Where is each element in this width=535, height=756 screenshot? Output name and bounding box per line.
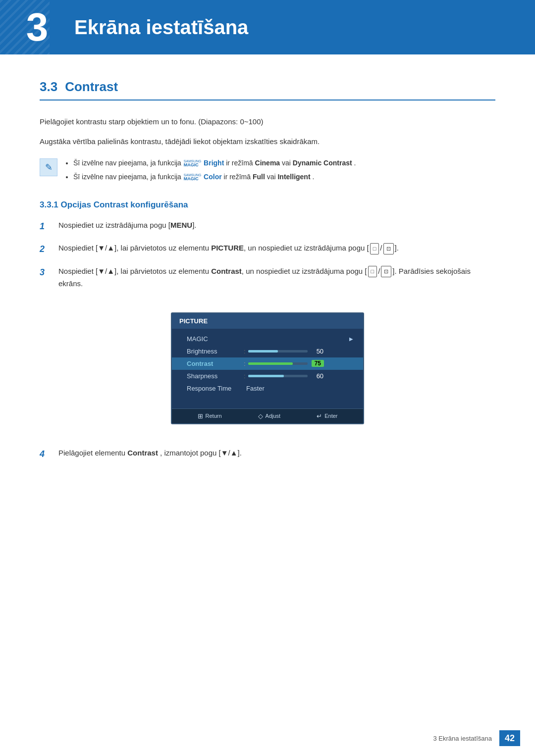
menu-item-brightness: Brightness : 50 xyxy=(172,345,363,357)
contrast-label: Contrast xyxy=(187,360,241,367)
step-text-1: Nospiediet uz izstrādājuma pogu [MENU]. xyxy=(58,219,495,232)
step-number-2: 2 xyxy=(40,242,54,257)
sharpness-bar-container: 60 xyxy=(248,372,323,380)
section-title: Contrast xyxy=(65,79,118,95)
menu-item-contrast: Contrast : 75 xyxy=(172,357,363,370)
chapter-number: 3 xyxy=(26,7,49,47)
contrast-bar-container: 75 xyxy=(248,360,324,367)
menu-item-response-time: Response Time Faster xyxy=(172,382,363,395)
contrast-bar xyxy=(248,362,308,365)
subsection-heading: 3.3.1 Opcijas Contrast konfigurēšana xyxy=(40,200,495,210)
footer-text: 3 Ekrāna iestatīšana xyxy=(433,735,492,742)
step-number-4: 4 xyxy=(40,447,54,462)
step-number-3: 3 xyxy=(40,265,54,280)
magic-badge-2: SAMSUNGMAGIC xyxy=(184,173,201,181)
brightness-label: Brightness xyxy=(187,348,241,355)
note-item-1: Šī izvēlne nav pieejama, ja funkcija SAM… xyxy=(73,157,356,169)
brightness-value: 50 xyxy=(317,348,323,355)
screen-bottom-bar: ⊞ Return ◇ Adjust ↵ Enter xyxy=(172,408,363,423)
adjust-label: Adjust xyxy=(266,413,281,419)
sharpness-value: 60 xyxy=(317,372,323,380)
step-text-3: Nospiediet [▼/▲], lai pārvietotos uz ele… xyxy=(58,265,495,290)
subsection-number: 3.3.1 xyxy=(40,200,58,209)
brightness-bar xyxy=(248,350,308,353)
steps-list: 1 Nospiediet uz izstrādājuma pogu [MENU]… xyxy=(40,219,495,290)
note-icon: ✎ xyxy=(40,158,57,176)
menu-item-magic: MAGIC ▶ xyxy=(172,333,363,345)
contrast-value: 75 xyxy=(312,360,324,367)
enter-label: Enter xyxy=(324,413,337,419)
magic-badge-1: SAMSUNGMAGIC xyxy=(184,159,201,167)
main-content: 3.3 Contrast Pielāgojiet kontrastu starp… xyxy=(0,54,535,509)
screen-menu: MAGIC ▶ Brightness : 50 Contr xyxy=(172,329,363,408)
section-number: 3.3 xyxy=(40,79,57,95)
brightness-bar-fill xyxy=(248,350,278,353)
sharpness-bar-fill xyxy=(248,375,284,377)
sharpness-bar xyxy=(248,375,308,377)
bottom-btn-adjust: ◇ Adjust xyxy=(258,412,281,420)
note-box: ✎ Šī izvēlne nav pieejama, ja funkcija S… xyxy=(40,157,495,185)
step-text-2: Nospiediet [▼/▲], lai pārvietotos uz ele… xyxy=(58,242,495,254)
step-2: 2 Nospiediet [▼/▲], lai pārvietotos uz e… xyxy=(40,242,495,257)
step-number-1: 1 xyxy=(40,219,54,234)
magic-arrow-icon: ▶ xyxy=(349,336,353,342)
steps-list-2: 4 Pielāgojiet elementu Contrast , izmant… xyxy=(40,447,495,462)
page-number: 42 xyxy=(499,730,520,746)
screen-container: PICTURE MAGIC ▶ Brightness : xyxy=(40,302,495,434)
page-footer: 3 Ekrāna iestatīšana 42 xyxy=(433,730,520,746)
enter-icon: ↵ xyxy=(317,412,322,420)
bottom-btn-enter: ↵ Enter xyxy=(317,412,337,420)
step-1: 1 Nospiediet uz izstrādājuma pogu [MENU]… xyxy=(40,219,495,234)
return-label: Return xyxy=(206,413,222,419)
menu-item-sharpness: Sharpness : 60 xyxy=(172,370,363,382)
chapter-title: Ekrāna iestatīšana xyxy=(74,16,248,39)
chapter-number-box: 3 xyxy=(15,5,59,50)
screen-mockup: PICTURE MAGIC ▶ Brightness : xyxy=(171,312,364,424)
screen-title-bar: PICTURE xyxy=(172,313,363,329)
adjust-icon: ◇ xyxy=(258,412,263,420)
response-time-value: Faster xyxy=(246,385,265,392)
note-item-2: Šī izvēlne nav pieejama, ja funkcija SAM… xyxy=(73,171,356,183)
sharpness-label: Sharpness xyxy=(187,372,241,380)
section-heading: 3.3 Contrast xyxy=(40,79,495,101)
contrast-bar-fill xyxy=(248,362,293,365)
page-header: 3 Ekrāna iestatīšana xyxy=(0,0,535,54)
paragraph2: Augstāka vērtība palielinās kontrastu, t… xyxy=(40,135,495,148)
return-icon: ⊞ xyxy=(198,412,203,420)
paragraph1: Pielāgojiet kontrastu starp objektiem un… xyxy=(40,115,495,128)
brightness-bar-container: 50 xyxy=(248,348,323,355)
step-4: 4 Pielāgojiet elementu Contrast , izmant… xyxy=(40,447,495,462)
subsection-title: Opcijas Contrast konfigurēšana xyxy=(61,200,188,209)
bottom-btn-return: ⊞ Return xyxy=(198,412,222,420)
response-time-label: Response Time xyxy=(187,385,241,392)
step-text-4: Pielāgojiet elementu Contrast , izmantoj… xyxy=(58,447,495,459)
step-3: 3 Nospiediet [▼/▲], lai pārvietotos uz e… xyxy=(40,265,495,290)
menu-label-magic: MAGIC xyxy=(187,335,208,343)
note-list: Šī izvēlne nav pieejama, ja funkcija SAM… xyxy=(63,157,356,185)
